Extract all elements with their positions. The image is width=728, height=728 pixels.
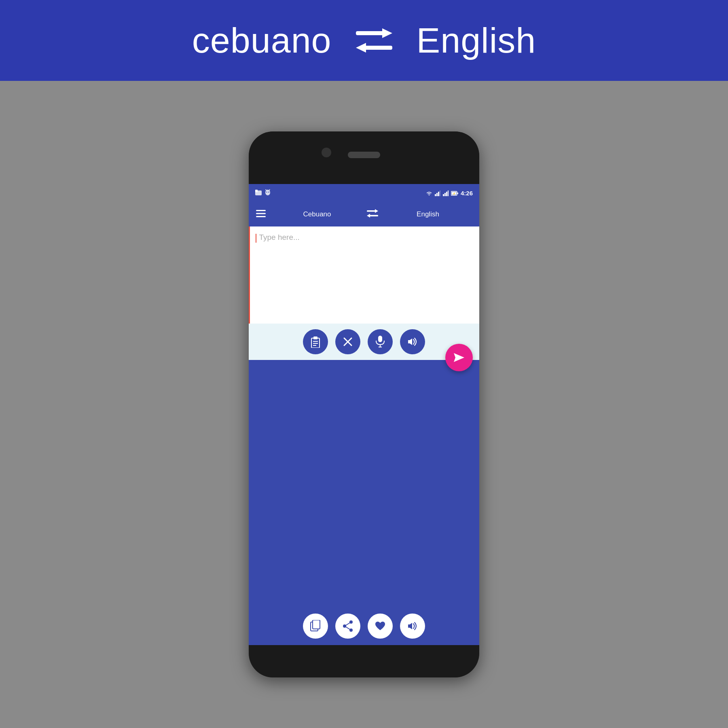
clipboard-button[interactable] (303, 329, 328, 354)
svg-text:⚡: ⚡ (453, 192, 456, 195)
wifi-status-icon (426, 190, 432, 196)
svg-point-8 (268, 192, 269, 193)
notification-android-icon (265, 189, 271, 197)
status-time: 4:26 (461, 190, 473, 197)
output-speaker-button[interactable] (400, 614, 425, 639)
signal2-status-icon (443, 190, 449, 196)
svg-rect-15 (443, 194, 444, 196)
input-section: Type here... (249, 226, 479, 360)
svg-marker-27 (375, 209, 378, 213)
svg-line-47 (345, 622, 351, 626)
svg-rect-26 (367, 210, 376, 212)
svg-rect-14 (440, 190, 440, 196)
status-bar-left (255, 189, 271, 197)
send-translate-button[interactable] (445, 344, 473, 371)
clear-button[interactable] (335, 329, 360, 354)
status-bar: ⚡ 4:26 (249, 184, 479, 202)
svg-marker-41 (454, 353, 464, 362)
translation-output (249, 360, 479, 645)
phone-screen: ⚡ 4:26 Cebuano (249, 184, 479, 645)
output-copy-button[interactable] (303, 614, 328, 639)
svg-rect-43 (313, 620, 320, 629)
text-cursor (256, 234, 256, 243)
svg-line-10 (269, 189, 270, 190)
notification-image-icon (255, 190, 262, 197)
battery-status-icon: ⚡ (451, 191, 458, 196)
earpiece-speaker (348, 152, 380, 158)
svg-marker-1 (382, 28, 392, 38)
svg-point-7 (266, 192, 267, 193)
svg-rect-12 (436, 193, 438, 196)
status-bar-right: ⚡ 4:26 (426, 190, 473, 197)
microphone-button[interactable] (368, 329, 393, 354)
svg-rect-28 (369, 215, 378, 216)
top-header: cebuano English (0, 0, 728, 81)
phone-wrapper: ⚡ 4:26 Cebuano (237, 81, 491, 728)
target-lang-label[interactable]: English (417, 20, 536, 61)
svg-marker-49 (408, 623, 412, 629)
svg-rect-13 (438, 192, 439, 196)
source-lang-label[interactable]: cebuano (192, 20, 332, 61)
app-toolbar: Cebuano English (249, 202, 479, 226)
output-favorite-button[interactable] (368, 614, 393, 639)
input-speaker-button[interactable] (400, 329, 425, 354)
text-input-area[interactable]: Type here... (249, 226, 479, 324)
output-share-button[interactable] (335, 614, 360, 639)
phone-top (249, 131, 479, 184)
output-section (249, 360, 479, 645)
output-actions-bar (249, 607, 479, 645)
toolbar-source-lang[interactable]: Cebuano (271, 210, 363, 218)
signal1-status-icon (435, 190, 440, 196)
input-actions-bar (249, 324, 479, 360)
svg-rect-2 (364, 46, 392, 50)
svg-rect-16 (444, 193, 446, 196)
svg-rect-21 (457, 193, 458, 194)
svg-rect-0 (356, 31, 384, 35)
svg-marker-3 (356, 43, 366, 53)
menu-button[interactable] (254, 207, 267, 221)
svg-rect-24 (256, 213, 266, 214)
svg-rect-23 (256, 210, 266, 211)
swap-languages-icon[interactable] (356, 26, 392, 55)
phone-device: ⚡ 4:26 Cebuano (249, 131, 479, 677)
svg-line-9 (266, 189, 266, 190)
svg-line-48 (345, 626, 351, 630)
svg-rect-17 (446, 192, 447, 196)
phone-bottom (249, 645, 479, 677)
input-placeholder: Type here... (259, 233, 299, 241)
svg-rect-5 (255, 190, 258, 192)
front-camera (322, 148, 331, 157)
toolbar-swap-button[interactable] (367, 209, 378, 220)
svg-rect-31 (313, 336, 317, 339)
svg-rect-25 (256, 216, 266, 217)
svg-point-6 (265, 190, 270, 195)
svg-rect-37 (378, 336, 382, 342)
toolbar-target-lang[interactable]: English (382, 210, 474, 218)
svg-marker-40 (408, 339, 412, 345)
svg-marker-29 (367, 214, 370, 218)
svg-rect-18 (448, 190, 449, 196)
svg-rect-11 (435, 194, 436, 196)
